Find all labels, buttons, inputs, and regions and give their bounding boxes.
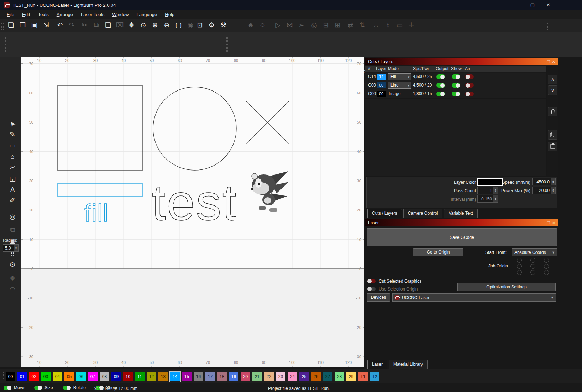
menu-file[interactable]: File bbox=[3, 12, 18, 17]
menu-edit[interactable]: Edit bbox=[18, 12, 34, 17]
palette-T1[interactable]: T1 bbox=[358, 372, 368, 381]
interval-spinner[interactable]: ▲▼ bbox=[493, 195, 498, 202]
palette-27[interactable]: 27 bbox=[323, 372, 332, 381]
output-toggle[interactable] bbox=[436, 74, 445, 79]
palette-15[interactable]: 15 bbox=[182, 372, 192, 381]
size-h-icon[interactable]: ↔ bbox=[370, 20, 382, 31]
dock-icon[interactable]: ▭ bbox=[394, 20, 405, 31]
distribute-h-icon[interactable]: ⇄ bbox=[345, 20, 356, 31]
palette-21[interactable]: 21 bbox=[252, 372, 262, 381]
layer-mode-select[interactable]: Fill▼ bbox=[388, 73, 411, 80]
power-max-field[interactable]: 20.00▲▼ bbox=[532, 187, 556, 194]
polygon-tool[interactable]: ⌂ bbox=[6, 152, 19, 162]
status-size-toggle[interactable] bbox=[34, 386, 42, 390]
preview-icon[interactable]: ⊡ bbox=[194, 20, 206, 31]
output-toggle[interactable] bbox=[436, 83, 445, 88]
palette-03[interactable]: 03 bbox=[41, 372, 51, 381]
settings-gear-icon[interactable]: ⚙ bbox=[206, 20, 217, 31]
circular-array-tool[interactable]: ⚙ bbox=[6, 260, 19, 270]
layer-paste-button[interactable] bbox=[548, 142, 557, 151]
air-toggle[interactable] bbox=[465, 92, 474, 96]
show-toggle[interactable] bbox=[452, 74, 460, 79]
show-toggle[interactable] bbox=[452, 92, 460, 96]
menu-arrange[interactable]: Arrange bbox=[53, 12, 77, 17]
pan-icon[interactable]: ✥ bbox=[126, 20, 137, 31]
palette-00[interactable]: 00 bbox=[6, 372, 15, 381]
shape-text-fill[interactable]: fill bbox=[84, 199, 109, 226]
machine-settings-icon[interactable]: ⚒ bbox=[217, 20, 229, 31]
palette-13[interactable]: 13 bbox=[158, 372, 168, 381]
palette-12[interactable]: 12 bbox=[147, 372, 156, 381]
size-v-icon[interactable]: ↕ bbox=[382, 20, 394, 31]
device-select[interactable]: UCCNC-Laser▼ bbox=[392, 293, 556, 302]
palette-10[interactable]: 10 bbox=[123, 372, 133, 381]
align-v-icon[interactable]: ⊞ bbox=[332, 20, 344, 31]
palette-17[interactable]: 17 bbox=[205, 372, 215, 381]
palette-20[interactable]: 20 bbox=[241, 372, 250, 381]
optimization-settings-button[interactable]: Optimization Settings bbox=[457, 283, 556, 291]
rectangle-tool[interactable]: ▭ bbox=[6, 141, 19, 151]
save-gcode-button[interactable]: Save GCode bbox=[367, 228, 557, 246]
palette-18[interactable]: 18 bbox=[217, 372, 227, 381]
palette-04[interactable]: 04 bbox=[53, 372, 62, 381]
palette-06[interactable]: 06 bbox=[76, 372, 86, 381]
palette-07[interactable]: 07 bbox=[88, 372, 98, 381]
palette-drag-handle[interactable] bbox=[1, 372, 4, 381]
layer-color-chip[interactable]: 00 bbox=[377, 82, 386, 88]
air-toggle[interactable] bbox=[465, 83, 474, 88]
radius-field[interactable]: 5.0▲▼ bbox=[3, 244, 19, 252]
devices-button[interactable]: Devices bbox=[367, 293, 390, 302]
draw-lines-tool[interactable]: ✎ bbox=[6, 130, 19, 140]
toolbar-drag-handle[interactable] bbox=[1, 21, 4, 30]
use-selection-origin-toggle[interactable] bbox=[367, 287, 376, 291]
zoom-in-icon[interactable]: ⊕ bbox=[149, 20, 161, 31]
float-laser-icon[interactable]: ❐ bbox=[547, 220, 550, 225]
tab-material-library[interactable]: Material Library bbox=[389, 360, 428, 369]
float-panel-icon[interactable]: ❐ bbox=[547, 59, 550, 64]
flip-horizontal-icon[interactable]: ⋈ bbox=[284, 20, 295, 31]
laser-panel-header[interactable]: Laser ❐✕ bbox=[365, 219, 558, 226]
offset-circles-tool[interactable]: ◎ bbox=[6, 212, 19, 222]
ungroup-icon[interactable]: ☺ bbox=[257, 20, 268, 31]
layer-row[interactable]: C1414Fill▼4,500 / 25 bbox=[365, 73, 546, 81]
tab-cuts-layers[interactable]: Cuts / Layers bbox=[367, 209, 402, 218]
import-icon[interactable]: ⇲ bbox=[40, 20, 52, 31]
goto-origin-button[interactable]: Go to Origin bbox=[413, 248, 463, 256]
layer-color-chip[interactable]: 00 bbox=[377, 91, 386, 97]
text-tool[interactable]: A bbox=[6, 185, 19, 195]
zoom-out-icon[interactable]: ⊖ bbox=[161, 20, 173, 31]
menu-language[interactable]: Language bbox=[132, 12, 161, 17]
palette-25[interactable]: 25 bbox=[299, 372, 309, 381]
layer-color-chip[interactable]: 14 bbox=[377, 74, 386, 80]
position-laser-icon[interactable]: ◎ bbox=[308, 20, 320, 31]
menu-laser-tools[interactable]: Laser Tools bbox=[77, 12, 108, 17]
redo-icon[interactable]: ↷ bbox=[66, 20, 78, 31]
cuts-layers-header[interactable]: Cuts / Layers ❐✕ bbox=[365, 58, 558, 65]
offset-shapes-tool[interactable]: ⧉ bbox=[6, 225, 19, 235]
group-icon[interactable]: ☻ bbox=[245, 20, 257, 31]
canvas-drawing[interactable]: 1010202030304040505060607070808090901001… bbox=[21, 57, 364, 367]
layer-row[interactable]: C0000Image1,800 / 15 bbox=[365, 90, 546, 98]
toolbar-overflow-handle[interactable] bbox=[545, 21, 548, 30]
layer-delete-button[interactable] bbox=[548, 107, 557, 116]
delete-icon[interactable]: ⌧ bbox=[114, 20, 126, 31]
status-rotate-toggle[interactable] bbox=[63, 386, 71, 390]
palette-01[interactable]: 01 bbox=[17, 372, 27, 381]
layer-move-up-button[interactable]: ∧ bbox=[548, 75, 557, 84]
job-origin-selector[interactable] bbox=[517, 258, 557, 276]
copy-icon[interactable]: ⧉ bbox=[90, 20, 102, 31]
interval-field[interactable]: 0.150▲▼ bbox=[477, 195, 498, 203]
layer-mode-select[interactable]: Line▼ bbox=[388, 82, 411, 89]
mirror-across-line-icon[interactable]: ➢ bbox=[295, 20, 307, 31]
shape-text-test[interactable]: test bbox=[152, 174, 237, 231]
paste-icon[interactable]: ❑ bbox=[102, 20, 114, 31]
close-panel-icon[interactable]: ✕ bbox=[552, 59, 555, 64]
speed-spinner[interactable]: ▲▼ bbox=[551, 178, 555, 185]
menu-tools[interactable]: Tools bbox=[34, 12, 52, 17]
round-shape-tool[interactable]: ❖ bbox=[6, 273, 19, 283]
layer-copy-button[interactable] bbox=[548, 130, 557, 140]
close-button[interactable]: ✕ bbox=[540, 0, 556, 10]
distribute-v-icon[interactable]: ⇅ bbox=[356, 20, 368, 31]
radius-spinner[interactable]: ▲▼ bbox=[14, 245, 18, 251]
palette-23[interactable]: 23 bbox=[276, 372, 285, 381]
